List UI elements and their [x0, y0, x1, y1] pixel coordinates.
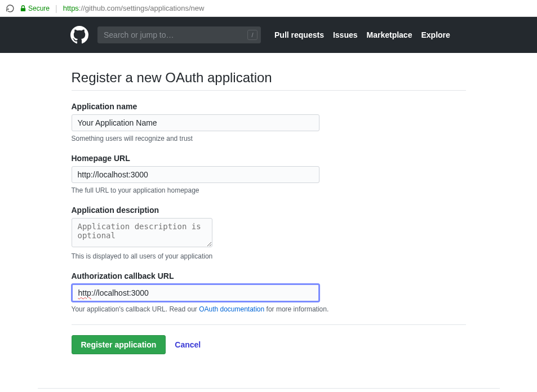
secure-label: Secure — [28, 5, 50, 12]
actions-divider: Register application Cancel — [72, 324, 466, 354]
nav-issues[interactable]: Issues — [333, 30, 358, 39]
browser-address-bar: Secure | https://github.com/settings/app… — [0, 0, 537, 17]
nav-pull-requests[interactable]: Pull requests — [274, 30, 324, 39]
url-text[interactable]: https://github.com/settings/applications… — [63, 4, 205, 12]
footer-rule — [38, 388, 500, 389]
app-name-help: Something users will recognize and trust — [72, 135, 466, 142]
callback-input[interactable]: http://localhost:3000 — [72, 284, 319, 302]
form-actions: Register application Cancel — [72, 335, 466, 354]
app-name-input[interactable] — [72, 114, 319, 131]
url-separator: | — [55, 4, 57, 13]
nav-explore[interactable]: Explore — [421, 30, 450, 39]
callback-label: Authorization callback URL — [72, 271, 466, 280]
description-label: Application description — [72, 206, 466, 215]
main-content: Register a new OAuth application Applica… — [72, 53, 466, 377]
cancel-link[interactable]: Cancel — [175, 340, 201, 349]
callback-value-prefix: http — [78, 288, 91, 297]
search-hotkey-badge: / — [247, 30, 258, 40]
nav-marketplace[interactable]: Marketplace — [367, 30, 412, 39]
lock-icon — [20, 5, 26, 12]
page-title: Register a new OAuth application — [72, 70, 466, 91]
oauth-docs-link[interactable]: OAuth documentation — [199, 305, 264, 313]
svg-rect-0 — [21, 8, 25, 11]
field-app-name: Application name Something users will re… — [72, 102, 466, 142]
app-name-label: Application name — [72, 102, 466, 111]
description-help: This is displayed to all users of your a… — [72, 252, 466, 260]
header-search: / — [97, 26, 261, 43]
secure-badge: Secure — [20, 5, 50, 12]
field-callback: Authorization callback URL http://localh… — [72, 271, 466, 313]
callback-help: Your application's callback URL. Read ou… — [72, 305, 466, 313]
description-textarea[interactable] — [72, 218, 212, 247]
homepage-label: Homepage URL — [72, 154, 466, 163]
register-button[interactable]: Register application — [72, 335, 166, 354]
github-logo-icon[interactable] — [70, 26, 88, 44]
homepage-help: The full URL to your application homepag… — [72, 186, 466, 194]
callback-value-rest: ://localhost:3000 — [91, 288, 149, 297]
homepage-input[interactable] — [72, 166, 319, 183]
header-nav: Pull requests Issues Marketplace Explore — [274, 30, 450, 39]
search-input[interactable] — [97, 26, 261, 43]
github-header: / Pull requests Issues Marketplace Explo… — [0, 17, 537, 53]
reload-icon[interactable] — [6, 4, 15, 13]
field-description: Application description This is displaye… — [72, 206, 466, 260]
field-homepage: Homepage URL The full URL to your applic… — [72, 154, 466, 194]
